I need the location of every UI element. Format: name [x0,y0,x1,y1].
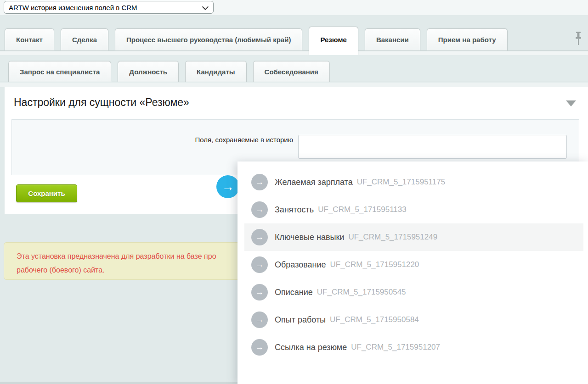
secondary-tab-bar: Запрос на специалиста Должность Кандидат… [0,55,588,82]
field-code: UF_CRM_5_1715951220 [330,260,419,269]
field-dropdown-item[interactable]: → Опыт работы UF_CRM_5_1715950584 [244,306,583,334]
workflow-select-wrap: ARTW история изменения полей в CRM [4,1,214,14]
field-code: UF_CRM_5_1715951133 [318,205,406,214]
field-code: UF_CRM_5_1715950584 [330,315,419,324]
field-code: UF_CRM_5_1715951207 [351,343,440,352]
pin-icon[interactable] [574,31,582,47]
page-bottom-edge [0,382,237,384]
secondary-tab[interactable]: Должность [118,61,179,82]
field-dropdown-item[interactable]: → Желаемая зарплата UF_CRM_5_1715951175 [244,168,583,196]
field-name: Ссылка на резюме [275,343,347,352]
secondary-tab[interactable]: Собеседования [253,61,330,82]
circle-arrow-icon: → [251,312,268,328]
field-code: UF_CRM_5_1715950545 [317,288,406,297]
field-name: Ключевые навыки [275,233,344,242]
panel-title: Настройки для сущности «Резюме» [14,96,189,109]
primary-tab[interactable]: Процесс высшего руководства (любимый кра… [115,28,302,50]
primary-tab[interactable]: Прием на работу [427,28,508,50]
history-fields-input[interactable] [298,135,567,159]
field-dropdown-item[interactable]: → Описание UF_CRM_5_1715950545 [244,278,583,306]
field-name: Опыт работы [275,315,326,325]
collapse-arrow-icon[interactable] [566,100,576,106]
circle-arrow-icon: → [251,174,268,190]
top-bar: ARTW история изменения полей в CRM [0,0,588,16]
field-dropdown: → Желаемая зарплата UF_CRM_5_1715951175 … [237,161,588,384]
circle-arrow-icon: → [251,339,268,356]
field-code: UF_CRM_5_1715951175 [357,178,445,187]
field-dropdown-item[interactable]: → Ссылка на резюме UF_CRM_5_1715951207 [244,334,583,361]
field-dropdown-item[interactable]: → Образование UF_CRM_5_1715951220 [244,251,583,278]
primary-tab[interactable]: Вакансии [365,28,420,50]
primary-tab[interactable]: Контакт [5,28,54,50]
secondary-tab[interactable]: Кандидаты [185,61,247,82]
field-name: Занятость [275,205,314,215]
field-dropdown-item[interactable]: → Занятость UF_CRM_5_1715951133 [244,196,583,223]
tab-bar-separator [0,51,588,55]
right-arrow-icon: → [222,180,234,194]
primary-tab[interactable]: Резюме [309,27,358,55]
save-button[interactable]: Сохранить [16,184,77,202]
secondary-tab[interactable]: Запрос на специалиста [8,61,111,82]
circle-arrow-icon: → [251,201,268,218]
field-name: Желаемая зарплата [275,178,353,187]
circle-arrow-icon: → [251,256,268,273]
history-fields-label: Поля, сохраняемые в историю [12,136,293,144]
field-name: Описание [275,288,313,297]
circle-arrow-icon: → [251,229,268,245]
primary-tab[interactable]: Сделка [61,28,108,50]
primary-tab-bar: Контакт Сделка Процесс высшего руководст… [0,15,588,51]
pointer-arrow-button[interactable]: → [216,175,239,198]
circle-arrow-icon: → [251,284,268,301]
tab-bar-separator-2 [0,83,588,87]
field-name: Образование [275,260,326,270]
field-code: UF_CRM_5_1715951249 [348,233,437,242]
field-dropdown-item[interactable]: → Ключевые навыки UF_CRM_5_1715951249 [244,223,583,251]
workflow-select[interactable]: ARTW история изменения полей в CRM [4,1,214,14]
